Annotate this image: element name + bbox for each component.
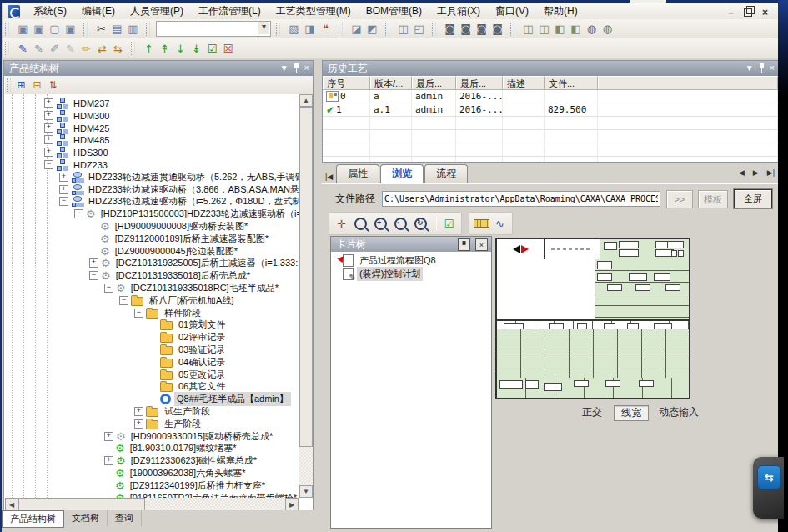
more-button[interactable]: >> bbox=[666, 190, 693, 208]
tree-item[interactable]: −HDZ233轮边减速驱动桥（i=5.262，Φ180D，盘式制 bbox=[59, 195, 299, 208]
tab-scroll-prev[interactable]: ◀ bbox=[739, 168, 745, 177]
panel-close-icon[interactable]: × bbox=[770, 63, 775, 73]
folder-link-icon[interactable]: ◧ bbox=[568, 22, 584, 37]
tree-item[interactable]: −⚙[DCZ101319335018]后桥壳总成* bbox=[89, 269, 253, 282]
tree-item[interactable]: −⚙[HDZ10P131500003]HDZ233轮边减速驱动桥（i=5 bbox=[74, 208, 299, 220]
panel-menu-icon[interactable]: ▼ bbox=[745, 63, 754, 73]
tree-vscroll-thumb[interactable] bbox=[299, 107, 313, 447]
history-column-header[interactable]: 最后... bbox=[412, 76, 456, 89]
refresh-view-icon[interactable]: ▣ bbox=[63, 22, 78, 37]
zoom-prev-icon[interactable]: ↻ bbox=[414, 218, 427, 230]
close-button[interactable]: × bbox=[762, 8, 768, 18]
card-tree-item[interactable]: (装焊)控制计划 bbox=[331, 267, 491, 280]
folder-send-icon[interactable]: ◫ bbox=[520, 22, 536, 37]
tree-item[interactable]: +试生产阶段 bbox=[134, 405, 213, 418]
tree-item[interactable]: 01策划文件 bbox=[149, 319, 228, 331]
detail-tab-item[interactable]: 流程 bbox=[424, 164, 468, 183]
vault-save-icon[interactable]: ◙ bbox=[458, 22, 474, 37]
move-down-icon[interactable]: ↓ bbox=[173, 41, 188, 56]
move-up-icon[interactable]: ↑ bbox=[141, 41, 157, 56]
expand-icon[interactable]: + bbox=[59, 173, 68, 182]
tree-item[interactable]: +⚙[DCZ101319325005]后桥主减速器（i=1.333: bbox=[89, 257, 299, 269]
edit-batch-icon[interactable]: ✎ bbox=[31, 41, 47, 56]
template-button[interactable]: 模板 bbox=[698, 190, 728, 208]
menu-help[interactable]: 帮助(H) bbox=[536, 3, 585, 20]
history-row[interactable] bbox=[323, 157, 778, 162]
ball-up-icon[interactable]: ◍ bbox=[584, 22, 600, 37]
menu-workflow[interactable]: 工作流管理(L) bbox=[191, 3, 269, 20]
collapse-icon[interactable]: − bbox=[89, 271, 98, 280]
history-column-header[interactable]: 版本/... bbox=[370, 76, 412, 89]
card-tree-item[interactable]: 产品过程流程图Q8 bbox=[331, 253, 491, 267]
edit-locked-icon[interactable]: ✎ bbox=[63, 41, 78, 56]
menu-window[interactable]: 窗口(V) bbox=[488, 3, 536, 20]
vault-open-icon[interactable]: ◙ bbox=[442, 22, 458, 37]
tree-item[interactable]: 02评审记录 bbox=[149, 331, 228, 344]
menu-personnel[interactable]: 人员管理(P) bbox=[123, 3, 191, 20]
collapse-icon[interactable]: − bbox=[119, 296, 128, 305]
history-row[interactable] bbox=[323, 117, 778, 130]
tree-item[interactable]: +HDM300 bbox=[44, 109, 112, 122]
pin-icon[interactable] bbox=[759, 63, 765, 73]
folder-receive-icon[interactable]: ◫ bbox=[536, 22, 552, 37]
tree-item[interactable]: +生产阶段 bbox=[134, 418, 203, 430]
expand-icon[interactable]: + bbox=[44, 135, 53, 144]
pin-icon[interactable] bbox=[294, 63, 299, 73]
tree-item[interactable]: +⚙[DZ9112330623]磁性螺塞总成* bbox=[104, 454, 259, 467]
file-path-input[interactable] bbox=[382, 191, 660, 207]
menu-system[interactable]: 系统(S) bbox=[26, 3, 74, 20]
checkin-icon[interactable]: ▣ bbox=[31, 22, 47, 37]
vault-unlock-icon[interactable]: ◙ bbox=[489, 22, 505, 37]
tree-item[interactable]: ⚙[DZ9112340199]后桥推力杆支座* bbox=[104, 479, 268, 492]
undo-checkout-icon[interactable]: ▢ bbox=[47, 22, 63, 37]
expand-icon[interactable]: + bbox=[59, 185, 68, 194]
menu-process-type[interactable]: 工艺类型管理(M) bbox=[269, 3, 359, 20]
panel-close-icon[interactable]: × bbox=[304, 63, 309, 73]
tree-item[interactable]: 04确认记录 bbox=[149, 356, 228, 369]
toolbar-combobox[interactable] bbox=[156, 21, 271, 37]
history-column-header[interactable]: 描述 bbox=[503, 76, 545, 89]
collapse-icon[interactable]: − bbox=[44, 160, 53, 169]
teamviewer-widget[interactable]: ⇆ bbox=[753, 457, 784, 519]
expand-icon[interactable]: + bbox=[44, 148, 53, 157]
tree-scroll-up-button[interactable]: ▲ bbox=[299, 94, 313, 107]
list-delete-icon[interactable]: ☒ bbox=[220, 41, 236, 56]
edit-struct-icon[interactable]: ✐ bbox=[47, 41, 63, 56]
list-check-icon[interactable]: ☑ bbox=[204, 41, 220, 56]
tree-item[interactable]: −桥八厂[桥壳机加A线] bbox=[119, 294, 236, 307]
tree-item[interactable]: ⚙[HD90009000008]驱动桥安装图* bbox=[89, 220, 250, 233]
card-copy-icon[interactable]: ◰ bbox=[411, 22, 427, 37]
tab-scroll-last[interactable]: ▶| bbox=[767, 168, 775, 177]
zoom-dynamic-icon[interactable] bbox=[354, 218, 367, 230]
expand-icon[interactable]: + bbox=[104, 432, 113, 441]
bottom-tab-item[interactable]: 查询 bbox=[108, 510, 142, 526]
clipboard-search-icon[interactable]: ◨ bbox=[302, 22, 318, 37]
menu-toolbox[interactable]: 工具箱(X) bbox=[429, 3, 488, 20]
tree-item[interactable]: +HDM237 bbox=[44, 97, 112, 109]
tree-item[interactable]: ⚙[DZ9112000189]后桥主减速器装配图* bbox=[89, 233, 271, 245]
copy-icon[interactable]: ▤ bbox=[109, 22, 125, 37]
collapse-all-icon[interactable]: ⊟ bbox=[29, 78, 45, 93]
edit-card-icon[interactable]: ✎ bbox=[15, 41, 31, 56]
tree-item[interactable]: ⚙[01811650TR2]六角法兰面承面带齿螺栓* bbox=[104, 492, 299, 498]
ball-down-icon[interactable]: ◍ bbox=[600, 22, 615, 37]
tree-item[interactable]: 06其它文件 bbox=[149, 380, 228, 393]
expand-all-icon[interactable]: ⊞ bbox=[13, 78, 29, 93]
status-toggle-dynamic-input[interactable]: 动态输入 bbox=[652, 405, 705, 419]
tree-item[interactable]: −⚙[DCZ101319335018RC]毛坯半成品* bbox=[104, 282, 281, 294]
tab-scroll-first[interactable]: |◀ bbox=[322, 173, 336, 181]
checkout-icon[interactable]: ▣ bbox=[15, 22, 31, 37]
history-column-header[interactable]: 序号 bbox=[323, 76, 370, 89]
tab-scroll-next[interactable]: ▶ bbox=[753, 168, 759, 177]
bottom-tab-item[interactable]: 文档树 bbox=[64, 510, 108, 526]
collapse-icon[interactable]: − bbox=[104, 284, 113, 293]
tree-item[interactable]: ⚙[81.90310.0179]螺纹堵塞* bbox=[104, 442, 238, 454]
collapse-icon[interactable]: − bbox=[134, 309, 143, 318]
move-bottom-icon[interactable]: ↡ bbox=[188, 41, 204, 56]
expand-icon[interactable]: + bbox=[104, 456, 113, 465]
expand-icon[interactable]: + bbox=[44, 111, 53, 120]
tree-scroll-left-button[interactable]: ◀ bbox=[5, 498, 18, 511]
collapse-icon[interactable]: − bbox=[59, 197, 68, 206]
tree-item[interactable]: −HDZ233 bbox=[44, 158, 110, 171]
collapse-icon[interactable]: − bbox=[74, 209, 83, 218]
